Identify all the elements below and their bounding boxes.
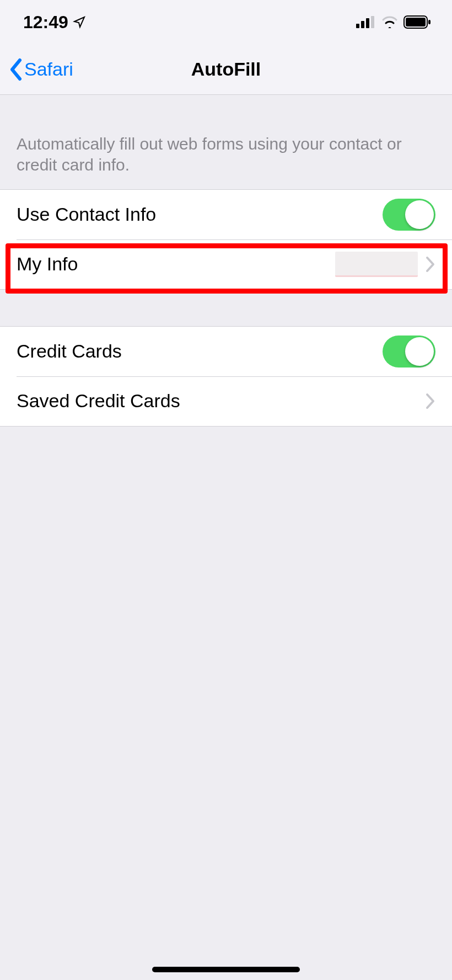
status-bar: 12:49 xyxy=(0,0,452,44)
toggle-knob xyxy=(405,337,434,366)
back-label: Safari xyxy=(24,58,73,80)
location-icon xyxy=(73,15,86,29)
time-label: 12:49 xyxy=(23,12,68,33)
list-group-contact: Use Contact Info My Info xyxy=(0,189,452,290)
use-contact-info-row: Use Contact Info xyxy=(0,190,452,239)
svg-rect-3 xyxy=(371,16,374,28)
my-info-label: My Info xyxy=(17,253,335,275)
wifi-icon xyxy=(381,16,398,28)
my-info-value-redacted xyxy=(335,252,418,277)
section-gap xyxy=(0,290,452,326)
svg-rect-2 xyxy=(366,18,369,28)
status-time: 12:49 xyxy=(23,12,86,33)
credit-cards-label: Credit Cards xyxy=(17,340,383,362)
credit-cards-row: Credit Cards xyxy=(0,327,452,376)
svg-rect-5 xyxy=(406,18,426,26)
saved-credit-cards-row[interactable]: Saved Credit Cards xyxy=(0,376,452,426)
toggle-knob xyxy=(405,200,434,229)
chevron-right-icon xyxy=(426,256,435,273)
credit-cards-toggle[interactable] xyxy=(383,335,435,368)
chevron-right-icon xyxy=(426,393,435,409)
svg-rect-6 xyxy=(428,20,431,24)
my-info-row[interactable]: My Info xyxy=(0,239,452,289)
back-button[interactable]: Safari xyxy=(0,58,73,81)
home-indicator[interactable] xyxy=(152,967,300,972)
list-group-credit-cards: Credit Cards Saved Credit Cards xyxy=(0,326,452,427)
navigation-bar: Safari AutoFill xyxy=(0,44,452,95)
status-indicators xyxy=(356,15,431,29)
saved-credit-cards-label: Saved Credit Cards xyxy=(17,390,418,412)
use-contact-info-toggle[interactable] xyxy=(383,199,435,231)
section-description: Automatically fill out web forms using y… xyxy=(0,95,452,189)
use-contact-info-label: Use Contact Info xyxy=(17,204,383,225)
svg-rect-1 xyxy=(361,21,364,28)
svg-rect-0 xyxy=(356,24,359,28)
cellular-icon xyxy=(356,16,376,28)
page-title: AutoFill xyxy=(191,58,261,80)
battery-icon xyxy=(403,15,431,29)
chevron-left-icon xyxy=(8,58,24,81)
